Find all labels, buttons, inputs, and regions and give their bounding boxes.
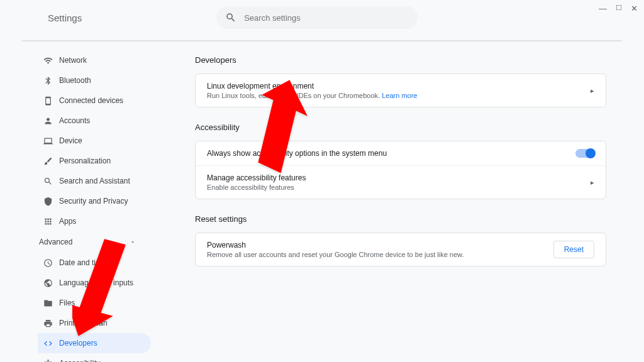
laptop-icon xyxy=(38,136,58,146)
apps-icon xyxy=(38,217,58,226)
code-icon xyxy=(38,339,58,348)
advanced-label: Advanced xyxy=(39,238,72,246)
sidebar-item-accounts[interactable]: Accounts xyxy=(38,111,151,131)
powerwash-row: Powerwash Remove all user accounts and r… xyxy=(196,233,606,266)
sidebar-item-label: Accounts xyxy=(59,116,90,125)
row-title: Manage accessibility features xyxy=(207,173,586,182)
sidebar-item-apps[interactable]: Apps xyxy=(38,211,151,231)
section-title-reset: Reset settings xyxy=(195,214,606,224)
sidebar-item-label: Security and Privacy xyxy=(59,197,128,206)
sidebar-item-security-privacy[interactable]: Security and Privacy xyxy=(38,191,151,211)
sidebar-item-label: Print and scan xyxy=(59,319,108,327)
sidebar-item-label: Network xyxy=(59,56,87,65)
sidebar-item-label: Bluetooth xyxy=(59,76,91,85)
sidebar-item-files[interactable]: Files xyxy=(38,293,151,313)
sidebar-item-search-assistant[interactable]: Search and Assistant xyxy=(38,171,151,191)
row-title: Always show accessibility options in the… xyxy=(207,149,575,158)
sidebar-item-network[interactable]: Network xyxy=(38,50,151,70)
sidebar-item-label: Date and time xyxy=(59,258,106,267)
sidebar-item-label: Device xyxy=(59,136,82,145)
sidebar-item-bluetooth[interactable]: Bluetooth xyxy=(38,70,151,90)
sidebar-item-print-scan[interactable]: Print and scan xyxy=(38,313,151,333)
linux-env-row[interactable]: Linux development environment Run Linux … xyxy=(196,74,606,107)
sidebar-item-personalization[interactable]: Personalization xyxy=(38,151,151,171)
search-icon xyxy=(38,177,58,186)
sidebar-item-label: Connected devices xyxy=(59,96,123,105)
content: Developers Linux development environment… xyxy=(151,45,644,362)
sidebar-item-languages[interactable]: Languages and inputs xyxy=(38,273,151,293)
chevron-right-icon: ▸ xyxy=(591,87,594,95)
devices-icon xyxy=(38,96,58,106)
sidebar-item-label: Languages and inputs xyxy=(59,278,133,287)
sidebar-item-label: Personalization xyxy=(59,156,111,165)
window-controls: — ☐ ✕ xyxy=(599,4,638,13)
sidebar-item-developers[interactable]: Developers xyxy=(38,333,151,353)
learn-more-link[interactable]: Learn more xyxy=(382,92,417,99)
sidebar-item-label: Apps xyxy=(59,217,76,226)
maximize-button[interactable]: ☐ xyxy=(616,4,622,13)
row-title: Powerwash xyxy=(207,241,553,250)
accessibility-icon xyxy=(38,359,58,363)
sidebar-item-date-time[interactable]: Date and time xyxy=(38,253,151,273)
developers-card: Linux development environment Run Linux … xyxy=(195,74,606,107)
person-icon xyxy=(38,116,58,126)
sidebar-item-connected-devices[interactable]: Connected devices xyxy=(38,90,151,111)
brush-icon xyxy=(38,156,58,166)
sidebar-item-label: Search and Assistant xyxy=(59,177,130,185)
sidebar-advanced-toggle[interactable]: Advanced xyxy=(38,231,151,253)
search-icon xyxy=(225,12,236,23)
chevron-up-icon xyxy=(130,239,136,245)
sidebar-item-accessibility[interactable]: Accessibility xyxy=(38,353,151,362)
sidebar-item-label: Developers xyxy=(59,339,97,348)
globe-icon xyxy=(38,278,58,288)
sidebar-item-label: Accessibility xyxy=(59,359,100,362)
reset-card: Powerwash Remove all user accounts and r… xyxy=(195,233,606,266)
row-subtitle: Run Linux tools, editors, and IDEs on yo… xyxy=(207,92,586,99)
sidebar: Network Bluetooth Connected devices Acco… xyxy=(0,45,151,362)
page-title: Settings xyxy=(48,13,82,23)
search-box[interactable] xyxy=(216,6,418,29)
chevron-right-icon: ▸ xyxy=(591,178,594,187)
accessibility-card: Always show accessibility options in the… xyxy=(195,141,606,199)
section-title-developers: Developers xyxy=(195,55,606,65)
bluetooth-icon xyxy=(38,76,58,85)
section-title-accessibility: Accessibility xyxy=(195,123,606,132)
clock-icon xyxy=(38,258,58,268)
header: Settings xyxy=(0,0,644,40)
sidebar-item-device[interactable]: Device xyxy=(38,131,151,151)
search-input[interactable] xyxy=(244,13,409,23)
a11y-always-show-row[interactable]: Always show accessibility options in the… xyxy=(196,141,606,166)
folder-icon xyxy=(38,299,58,308)
row-subtitle: Remove all user accounts and reset your … xyxy=(207,251,553,258)
row-title: Linux development environment xyxy=(207,82,586,90)
shield-icon xyxy=(38,197,58,206)
row-subtitle: Enable accessibility features xyxy=(207,184,586,191)
manage-a11y-row[interactable]: Manage accessibility features Enable acc… xyxy=(196,166,606,199)
print-icon xyxy=(38,319,58,328)
wifi-icon xyxy=(38,56,58,65)
close-button[interactable]: ✕ xyxy=(631,4,638,13)
minimize-button[interactable]: — xyxy=(599,4,607,13)
sidebar-item-label: Files xyxy=(59,299,75,307)
reset-button[interactable]: Reset xyxy=(553,241,594,258)
toggle-switch[interactable] xyxy=(575,149,594,158)
